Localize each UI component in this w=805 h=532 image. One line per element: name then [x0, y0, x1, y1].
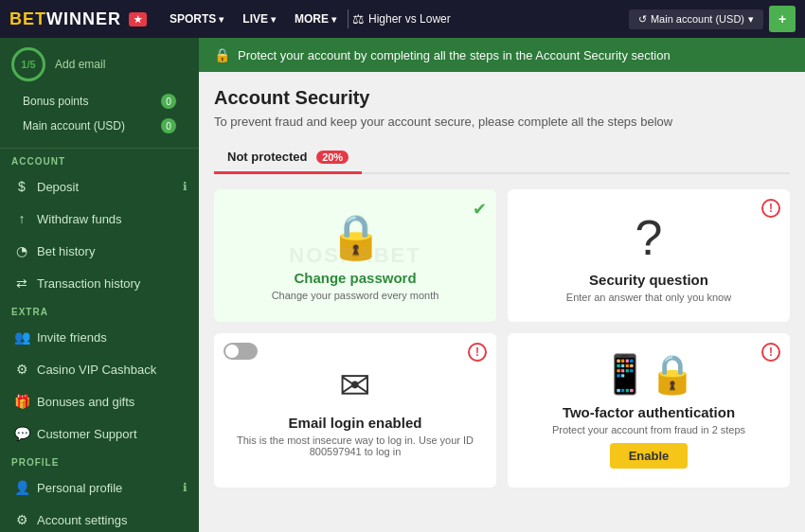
more-chevron-icon: ▾	[331, 14, 336, 25]
main-account-badge: 0	[161, 118, 176, 133]
sidebar-item-support[interactable]: 💬 Customer Support	[0, 417, 199, 450]
email-login-warn-icon: !	[468, 343, 487, 362]
tab-not-protected[interactable]: Not protected 20%	[214, 142, 362, 174]
bonus-points-badge: 0	[161, 94, 176, 109]
security-question-warn-icon: !	[761, 199, 780, 218]
deposit-quick-button[interactable]: +	[769, 6, 796, 32]
tabs-row: Not protected 20%	[214, 142, 790, 174]
sidebar-item-casino-vip[interactable]: ⚙ Casino VIP Cashback	[0, 353, 199, 385]
email-card-icon: ✉	[339, 364, 371, 407]
refresh-icon: ↺	[638, 13, 647, 26]
toggle-switch[interactable]	[224, 343, 258, 360]
logo-badge: ★	[129, 12, 147, 27]
main-layout: 1/5 Add email Bonus points 0 Main accoun…	[0, 38, 805, 532]
email-login-desc: This is the most insecure way to log in.…	[229, 434, 481, 457]
account-section-label: ACCOUNT	[0, 149, 199, 170]
page-title: Account Security	[214, 87, 790, 109]
sidebar-item-invite-friends[interactable]: 👥 Invite friends	[0, 321, 199, 353]
clock-icon: ◔	[14, 243, 29, 258]
security-question-desc: Enter an answer that only you know	[566, 292, 731, 303]
question-card-icon: ?	[635, 209, 663, 266]
dollar-icon: $	[14, 179, 29, 194]
live-nav-item[interactable]: LIVE ▾	[235, 9, 283, 29]
account-chevron-icon: ▾	[748, 13, 754, 26]
email-login-title: Email login enabled	[289, 415, 422, 431]
add-email-link[interactable]: Add email	[55, 58, 105, 71]
profile-section-label: PROFILE	[0, 450, 199, 471]
sports-chevron-icon: ▾	[219, 14, 224, 25]
support-icon: 💬	[14, 426, 29, 441]
progress-circle: 1/5	[11, 47, 45, 81]
profile-info-icon: ℹ	[183, 481, 188, 494]
two-factor-warn-icon: !	[761, 343, 780, 362]
friends-icon: 👥	[14, 329, 29, 345]
scale-icon: ⚖	[352, 11, 365, 27]
phone-lock-icon: 📱🔒	[601, 352, 696, 397]
two-factor-title: Two-factor authentication	[563, 404, 735, 420]
sidebar-progress: 1/5 Add email	[11, 47, 188, 81]
email-login-card: ! ✉ Email login enabled This is the most…	[214, 333, 496, 488]
email-login-toggle[interactable]	[224, 343, 258, 360]
protection-badge: 20%	[316, 151, 349, 164]
sidebar-item-transaction-history[interactable]: ⇄ Transaction history	[0, 267, 199, 299]
enable-2fa-button[interactable]: Enable	[610, 443, 689, 469]
sports-nav-item[interactable]: SPORTS ▾	[162, 9, 231, 29]
sidebar-item-deposit[interactable]: $ Deposit ℹ	[0, 170, 199, 203]
alert-bar: 🔒 Protect your account by completing all…	[199, 38, 805, 72]
sidebar-main-account: Main account (USD) 0	[11, 114, 188, 138]
page-description: To prevent fraud and keep your account s…	[214, 115, 790, 129]
sidebar-top: 1/5 Add email Bonus points 0 Main accoun…	[0, 38, 199, 149]
extra-section-label: EXTRA	[0, 299, 199, 321]
security-cards-grid: NOSRABET ✔ 🔒 Change password Change your…	[214, 189, 790, 488]
change-password-desc: Change your password every month	[272, 290, 439, 301]
nav-divider	[348, 9, 349, 28]
lock-card-icon: 🔒	[329, 211, 383, 262]
alert-lock-icon: 🔒	[214, 47, 230, 62]
security-question-title: Security question	[589, 272, 708, 288]
nav-items: SPORTS ▾ LIVE ▾ MORE ▾ ⚖ Higher vs Lower	[162, 9, 451, 29]
vip-icon: ⚙	[14, 362, 29, 377]
sidebar: 1/5 Add email Bonus points 0 Main accoun…	[0, 38, 199, 532]
higher-lower-nav[interactable]: ⚖ Higher vs Lower	[352, 11, 451, 27]
profile-icon: 👤	[14, 480, 29, 495]
sidebar-bonus-points: Bonus points 0	[11, 89, 188, 114]
top-navigation: BETWINNER ★ SPORTS ▾ LIVE ▾ MORE ▾ ⚖ Hig…	[0, 0, 805, 38]
security-question-card: ! ? Security question Enter an answer th…	[508, 189, 790, 322]
password-status-ok-icon: ✔	[473, 199, 487, 220]
sidebar-item-withdraw[interactable]: ↑ Withdraw funds	[0, 203, 199, 235]
change-password-title: Change password	[294, 270, 416, 286]
more-nav-item[interactable]: MORE ▾	[287, 9, 344, 29]
deposit-info-icon: ℹ	[183, 180, 188, 193]
settings-icon: ⚙	[14, 512, 29, 527]
main-content: 🔒 Protect your account by completing all…	[199, 38, 805, 532]
account-button[interactable]: ↺ Main account (USD) ▾	[629, 9, 763, 29]
logo: BETWINNER	[9, 9, 121, 29]
transaction-icon: ⇄	[14, 275, 29, 291]
live-chevron-icon: ▾	[271, 14, 276, 25]
nav-balance: ↺ Main account (USD) ▾ +	[629, 6, 796, 32]
withdraw-icon: ↑	[14, 211, 29, 226]
two-factor-desc: Protect your account from fraud in 2 ste…	[552, 424, 745, 435]
change-password-card: NOSRABET ✔ 🔒 Change password Change your…	[214, 189, 496, 322]
sidebar-item-account-settings[interactable]: ⚙ Account settings	[0, 504, 199, 532]
gift-icon: 🎁	[14, 394, 29, 409]
sidebar-item-personal-profile[interactable]: 👤 Personal profile ℹ	[0, 471, 199, 504]
content-inner: Account Security To prevent fraud and ke…	[199, 72, 805, 503]
sidebar-item-bonuses[interactable]: 🎁 Bonuses and gifts	[0, 385, 199, 417]
two-factor-card: ! 📱🔒 Two-factor authentication Protect y…	[508, 333, 790, 488]
sidebar-item-bet-history[interactable]: ◔ Bet history	[0, 235, 199, 267]
